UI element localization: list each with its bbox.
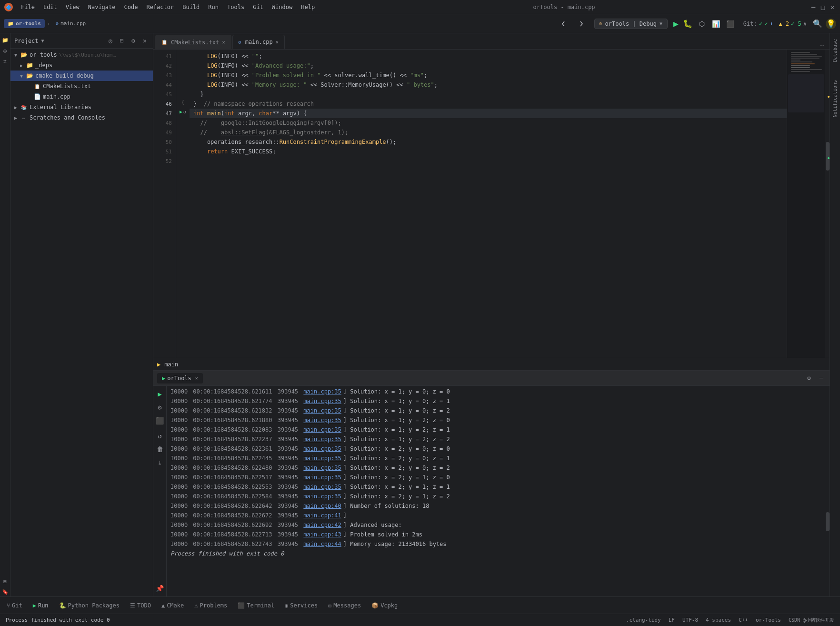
console-file-link[interactable]: main.cpp:35 [303,493,341,500]
gutter-45[interactable] [176,88,190,97]
toolbar-problems-btn[interactable]: ⚠ Problems [190,601,232,610]
sidebar-icon-bookmarks[interactable]: 🔖 [0,587,10,596]
status-encoding[interactable]: UTF-8 [680,616,700,624]
console-file-link[interactable]: main.cpp:42 [303,522,341,528]
search-everywhere-button[interactable]: 🔍 [812,19,823,29]
tab-cmakelists-close[interactable]: ✕ [222,39,225,45]
tab-maincpp[interactable]: ⚙ main.cpp ✕ [232,35,285,49]
console-file-link[interactable]: main.cpp:35 [303,407,341,414]
menu-file[interactable]: File [17,3,39,11]
gutter-44[interactable] [176,78,190,88]
maximize-button[interactable]: □ [819,3,827,11]
tab-cmakelists[interactable]: 📋 CMakeLists.txt ✕ [155,35,231,49]
sidebar-icon-commit[interactable]: ◎ [0,46,10,55]
run-rerun-btn[interactable]: ↺ [155,431,165,441]
gutter-51[interactable] [176,145,190,154]
toolbar-run-btn[interactable]: ▶ Run [28,601,53,610]
nav-back-btn[interactable] [556,19,570,29]
run-configuration[interactable]: ⚙ orTools | Debug ▼ [594,19,668,29]
notification-button[interactable]: 💡 [826,19,836,29]
menu-build[interactable]: Build [179,3,203,11]
status-line-ending[interactable]: LF [667,616,677,624]
run-button[interactable]: ▶ [673,19,679,29]
gutter-41[interactable] [176,50,190,59]
toolbar-python-btn[interactable]: 🐍 Python Packages [54,601,124,610]
bottom-tab-run-close[interactable]: ✕ [195,375,198,381]
menu-view[interactable]: View [62,3,83,11]
gutter-43[interactable] [176,69,190,78]
console-scrollbar-thumb[interactable] [826,512,830,531]
menu-run[interactable]: Run [204,3,222,11]
console-output[interactable]: I0000 00:00:1684584528.621611 393945 mai… [167,386,825,596]
toolbar-git-btn[interactable]: ⑂ Git [2,601,27,610]
sidebar-icon-project[interactable]: 📁 [0,35,10,45]
stop-button[interactable]: ⬛ [725,19,736,29]
sidebar-icon-structure[interactable]: ⊞ [0,576,10,586]
tree-item-scratches[interactable]: ▶ ✏ Scratches and Consoles [10,112,153,123]
toolbar-messages-btn[interactable]: ✉ Messages [323,601,366,610]
run-scroll-btn[interactable]: ⤓ [155,457,165,468]
code-editor[interactable]: LOG(INFO) << ""; LOG(INFO) << "Advanced … [190,50,787,358]
toolbar-vcpkg-btn[interactable]: 📦 Vcpkg [367,601,402,610]
console-file-link[interactable]: main.cpp:35 [303,464,341,471]
status-language[interactable]: C++ [737,616,750,624]
console-file-link[interactable]: main.cpp:35 [303,455,341,462]
console-file-link[interactable]: main.cpp:35 [303,388,341,395]
sidebar-icon-pullreq[interactable]: ⇄ [0,56,10,66]
run-pin-btn[interactable]: 📌 [155,583,165,594]
locate-file-btn[interactable]: ◎ [106,37,115,45]
console-file-link[interactable]: main.cpp:35 [303,426,341,433]
console-file-link[interactable]: main.cpp:35 [303,474,341,481]
toolbar-todo-btn[interactable]: ☰ TODO [125,601,156,610]
gutter-48[interactable] [176,116,190,126]
console-file-link[interactable]: main.cpp:40 [303,503,341,509]
debug-button[interactable]: 🐛 [682,19,693,29]
tree-item-cmakelists[interactable]: 📋 CMakeLists.txt [10,81,153,91]
menu-git[interactable]: Git [249,3,267,11]
run-trash-btn[interactable]: 🗑 [155,444,165,454]
collapse-all-btn[interactable]: ⊟ [118,37,126,45]
bottom-panel-settings-btn[interactable]: ⚙ [805,374,813,383]
console-scrollbar[interactable] [825,386,830,596]
project-dropdown[interactable]: ▼ [41,38,44,43]
tree-item-cmake-build[interactable]: ▼ 📂 cmake-build-debug [10,71,153,81]
console-file-link[interactable]: main.cpp:35 [303,436,341,443]
profile-button[interactable]: 📊 [711,19,721,29]
toolbar-cmake-btn[interactable]: ▲ CMake [157,601,189,610]
gutter-50[interactable] [176,135,190,145]
menu-navigate[interactable]: Navigate [84,3,120,11]
bottom-panel-minimize-btn[interactable]: ─ [817,374,826,383]
project-name-btn[interactable]: 📁 or-tools [4,19,45,28]
scrollbar-thumb[interactable] [826,142,830,171]
coverage-button[interactable]: ⬡ [697,19,707,29]
console-file-link[interactable]: main.cpp:43 [303,531,341,538]
gutter-42[interactable] [176,59,190,69]
tree-item-maincpp[interactable]: 📄 main.cpp [10,91,153,102]
panel-options-btn[interactable]: ⚙ [129,37,138,45]
gutter-52[interactable] [176,154,190,164]
editor-scrollbar[interactable] [825,50,830,358]
gutter-46-fold[interactable]: { [176,97,190,107]
run-settings2-btn[interactable]: ⚙ [155,402,165,413]
console-file-link[interactable]: main.cpp:35 [303,445,341,452]
close-button[interactable]: ✕ [829,3,836,11]
menu-edit[interactable]: Edit [40,3,61,11]
status-location[interactable]: or-Tools [754,616,783,624]
console-file-link[interactable]: main.cpp:41 [303,512,341,519]
status-indent[interactable]: 4 spaces [704,616,733,624]
tree-item-external[interactable]: ▶ 📚 External Libraries [10,102,153,112]
menu-refactor[interactable]: Refactor [142,3,178,11]
gutter-47-run[interactable]: ▶ ↺ [176,107,190,116]
menu-help[interactable]: Help [297,3,319,11]
menu-code[interactable]: Code [120,3,142,11]
breadcrumb-main-icon[interactable]: ▶ [157,361,160,368]
tab-maincpp-close[interactable]: ✕ [276,39,279,45]
gutter-49[interactable] [176,126,190,135]
panel-hide-btn[interactable]: ✕ [140,37,149,45]
menu-window[interactable]: Window [268,3,296,11]
console-file-link[interactable]: main.cpp:44 [303,541,341,547]
console-file-link[interactable]: main.cpp:35 [303,484,341,490]
right-sidebar-notifications[interactable]: Notifications [832,76,838,121]
bottom-tab-run[interactable]: ▶ orTools ✕ [157,373,203,384]
minimize-button[interactable]: ─ [810,3,817,11]
